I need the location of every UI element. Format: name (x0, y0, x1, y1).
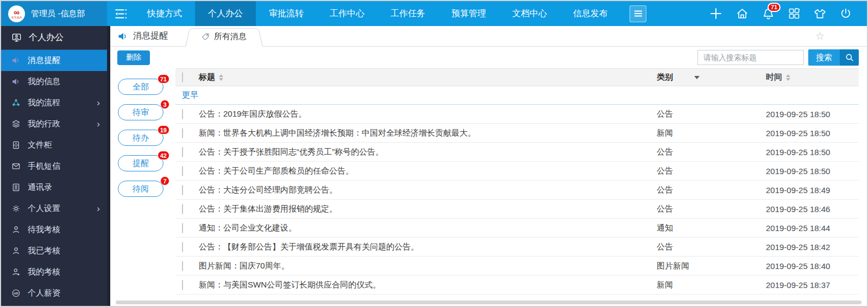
row-title: 公告：关于集体出游费用报销的规定。 (195, 204, 653, 214)
horizontal-scrollbar[interactable] (116, 300, 861, 304)
table-row[interactable]: 新闻：与美国SWN公司签订长期供应合同的仪式。新闻2019-09-25 18:3… (175, 276, 859, 295)
filter-pill[interactable]: 待办19 (118, 130, 163, 146)
search-button[interactable]: 搜索 (808, 49, 859, 66)
group-row-earlier[interactable]: 更早 (175, 86, 859, 105)
svg-text:HR: HR (14, 292, 18, 295)
table-row[interactable]: 公告：大连分公司经理内部竞聘公告。公告2019-09-25 18:49 (175, 181, 859, 200)
table-row[interactable]: 新闻：世界各大机构上调中国经济增长预期：中国对全球经济增长贡献最大。新闻2019… (175, 124, 859, 143)
table-row[interactable]: 公告：【财务部公告】关于增值税发票开具有关问题的公告。公告2019-09-25 … (175, 238, 859, 257)
bell-icon[interactable]: 71 (762, 7, 775, 21)
row-checkbox[interactable] (182, 280, 183, 290)
row-time: 2019-09-25 18:42 (764, 242, 859, 252)
row-time: 2019-09-25 18:37 (764, 280, 859, 290)
row-checkbox[interactable] (182, 223, 183, 233)
count-badge: 71 (158, 74, 169, 84)
sort-time-icon[interactable] (786, 74, 790, 81)
table-row[interactable]: 公告：关于授予张胜阳同志“优秀员工”称号的公告。公告2019-09-25 18:… (175, 143, 859, 162)
filter-pill[interactable]: 全部71 (118, 79, 163, 95)
filter-pill[interactable]: 待审3 (118, 104, 163, 120)
row-checkbox[interactable] (182, 166, 183, 176)
gear-icon (11, 204, 21, 213)
row-time: 2019-09-25 18:50 (764, 110, 859, 119)
sidebar-item[interactable]: 文件柜 (1, 135, 107, 156)
table-row[interactable]: 通知：公司企业文化建设。通知2019-09-25 18:44 (175, 219, 859, 238)
table-row[interactable]: 图片新闻：国庆70周年。图片新闻2019-09-25 18:40 (175, 257, 859, 276)
nav-item[interactable]: 文档中心 (499, 1, 560, 26)
app-grid-icon[interactable] (788, 7, 801, 20)
category-filter-icon[interactable] (694, 76, 700, 79)
tab-label: 所有消息 (214, 31, 247, 42)
favorite-star-icon[interactable]: ☆ (815, 31, 825, 41)
toolbar: 删除 搜索 (110, 47, 867, 68)
sidebar-item[interactable]: 手机短信 (1, 156, 107, 177)
row-checkbox[interactable] (182, 204, 183, 214)
column-time[interactable]: 时间 (764, 72, 859, 82)
row-time: 2019-09-25 18:49 (764, 186, 859, 195)
tag-icon (202, 33, 210, 41)
nav-item[interactable]: 工作任务 (378, 1, 438, 26)
delete-button[interactable]: 删除 (117, 50, 150, 65)
chevron-right-icon: › (97, 98, 100, 107)
plus-icon[interactable] (709, 7, 723, 21)
power-icon[interactable] (839, 7, 852, 20)
filter-pill-label: 待审 (133, 107, 149, 118)
nav-item[interactable]: 个人办公 (195, 1, 256, 26)
message-table: 标题 类别 时间 更早 公告：2019年国庆放假公告。公告20 (175, 68, 859, 306)
filter-pill[interactable]: 提醒42 (118, 155, 163, 171)
table-row[interactable]: 公告：关于集体出游费用报销的规定。公告2019-09-25 18:46 (175, 200, 859, 219)
column-category[interactable]: 类别 (653, 72, 764, 82)
workspace: 全部71待审3待办19提醒42待阅7 标题 类别 时间 (110, 68, 867, 306)
row-time: 2019-09-25 18:50 (764, 167, 859, 176)
row-checkbox[interactable] (182, 147, 183, 157)
tab-all-messages[interactable]: 所有消息 (185, 26, 263, 47)
sidebar-item-label: 个人设置 (28, 203, 60, 214)
sort-title-icon[interactable] (219, 74, 223, 81)
sidebar-item-label: 我的行政 (28, 119, 60, 129)
sidebar-item[interactable]: 我已考核 (1, 240, 107, 261)
row-checkbox[interactable] (182, 261, 183, 271)
row-category: 公告 (653, 185, 764, 195)
sidebar-item[interactable]: 我的信息 (1, 71, 107, 92)
row-checkbox[interactable] (182, 109, 183, 119)
sidebar-item[interactable]: 通讯录 (1, 177, 107, 198)
nav-item[interactable]: 预算管理 (438, 1, 499, 26)
sidebar-item-label: 文件柜 (28, 140, 52, 150)
nav-item[interactable]: 工作中心 (317, 1, 378, 26)
nav-item[interactable]: 审批流转 (256, 1, 317, 26)
count-badge: 42 (158, 151, 169, 160)
person-icon (11, 246, 21, 255)
home-icon[interactable] (735, 7, 749, 21)
search-input[interactable] (697, 50, 804, 65)
table-row[interactable]: 公告：关于公司生产部质检员的任命公告。公告2019-09-25 18:50 (175, 162, 859, 181)
nav-item[interactable]: 快捷方式 (134, 1, 195, 26)
row-checkbox[interactable] (182, 128, 183, 138)
sidebar-item[interactable]: 待我考核 (1, 219, 107, 240)
select-all-checkbox[interactable] (182, 72, 183, 82)
more-modules-button[interactable] (630, 5, 646, 22)
row-category: 公告 (653, 242, 764, 252)
filter-pill[interactable]: 待阅7 (118, 181, 163, 197)
sms-icon (11, 162, 21, 171)
table-row[interactable]: 公告：2019年国庆放假公告。公告2019-09-25 18:50 (175, 105, 859, 124)
sidebar-item[interactable]: 消息提醒 (1, 50, 107, 71)
search-button-label: 搜索 (808, 49, 840, 66)
sidebar-item-label: 个人薪资 (28, 288, 60, 298)
row-time: 2019-09-25 18:46 (764, 204, 859, 214)
sidebar-item[interactable]: 我的考核 (1, 261, 107, 283)
row-category: 通知 (653, 223, 764, 233)
row-checkbox[interactable] (182, 185, 183, 195)
nav-item[interactable]: 信息发布 (560, 1, 621, 26)
column-title[interactable]: 标题 (195, 72, 653, 82)
row-checkbox[interactable] (182, 242, 183, 252)
topbar-user-area[interactable]: ∞ 华天动力 管理员 -信息部 (1, 1, 107, 26)
collapse-menu-icon[interactable] (107, 1, 134, 26)
sidebar-item[interactable]: HR个人薪资 (1, 283, 107, 304)
breadcrumb: 消息提醒 (117, 26, 168, 46)
sidebar-item[interactable]: 我的流程› (1, 92, 107, 113)
sidebar-header-label: 个人办公 (29, 32, 64, 43)
sidebar-item[interactable]: 我的行政› (1, 113, 107, 135)
theme-shirt-icon[interactable] (813, 7, 827, 21)
sidebar-item[interactable]: 个人设置› (1, 198, 107, 219)
sidebar-item-label: 待我考核 (28, 225, 60, 235)
speaker-icon (11, 56, 21, 65)
